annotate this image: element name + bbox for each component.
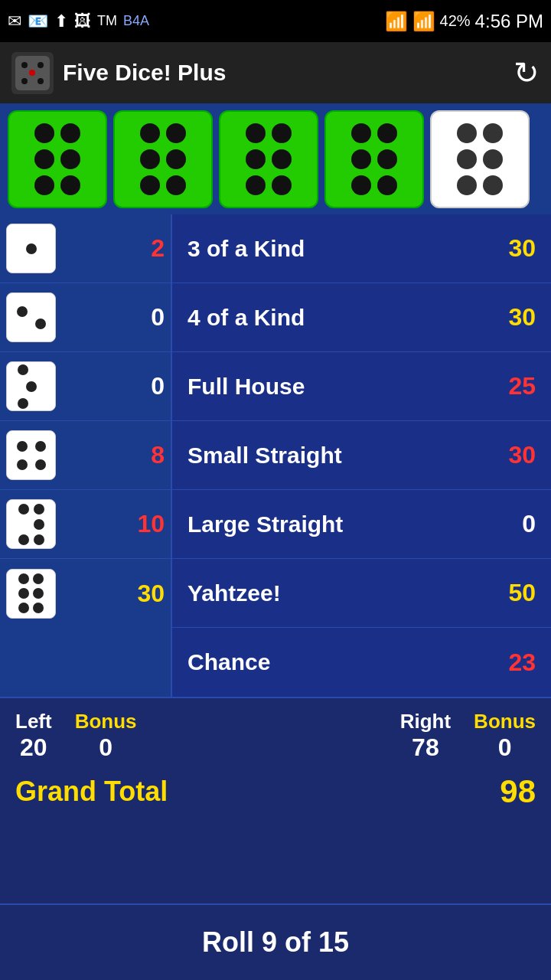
left-label: Left	[15, 710, 52, 733]
svg-point-1	[21, 62, 28, 68]
email2-icon: 📧	[28, 11, 48, 31]
score-ones: 2	[62, 234, 165, 263]
die-face-4	[6, 430, 56, 480]
b4a-icon: B4A	[123, 13, 149, 29]
left-row-4[interactable]: 8	[0, 421, 171, 490]
signal-icon: 📶	[412, 11, 435, 32]
die-face-1	[6, 224, 56, 273]
totals-row: Left 20 Bonus 0 Right 78 Bonus 0	[15, 710, 536, 762]
score-fullhouse: 25	[508, 372, 536, 400]
totals-inner: Left 20 Bonus 0 Right 78 Bonus 0	[15, 710, 536, 762]
right-value: 78	[412, 733, 439, 762]
status-bar: ✉ 📧 ⬆ 🖼 TM B4A 📶 📶 42% 4:56 PM	[0, 0, 551, 42]
die-1[interactable]	[8, 110, 107, 208]
roll-text: Roll 9 of 15	[202, 926, 349, 959]
die-face-5	[6, 499, 56, 549]
svg-point-5	[37, 78, 44, 84]
left-panel: 2 0 0	[0, 214, 172, 697]
bonus-left-col: Bonus 0	[75, 710, 137, 762]
status-icons-left: ✉ 📧 ⬆ 🖼 TM B4A	[8, 11, 149, 31]
right-row-fullhouse[interactable]: Full House 25	[172, 352, 551, 421]
die-face-6	[6, 569, 56, 619]
right-row-yahtzee[interactable]: Yahtzee! 50	[172, 559, 551, 628]
left-row-6[interactable]: 30	[0, 559, 171, 628]
left-row-3[interactable]: 0	[0, 352, 171, 421]
bonus-right-col: Bonus 0	[474, 710, 536, 762]
die-2[interactable]	[113, 110, 213, 208]
left-row-1[interactable]: 2	[0, 214, 171, 283]
svg-point-3	[29, 70, 35, 76]
bonus-right-label: Bonus	[474, 710, 536, 733]
right-panel: 3 of a Kind 30 4 of a Kind 30 Full House…	[172, 214, 551, 697]
grand-total-value: 98	[500, 773, 536, 810]
upload-icon: ⬆	[54, 11, 68, 31]
score-sixes: 30	[62, 580, 165, 608]
right-row-largestraight[interactable]: Large Straight 0	[172, 490, 551, 559]
battery-text: 42%	[440, 12, 471, 30]
category-yahtzee: Yahtzee!	[187, 580, 281, 606]
main-score-area: 2 0 0	[0, 214, 551, 697]
bonus-left-value: 0	[99, 733, 112, 762]
left-value: 20	[20, 733, 47, 762]
right-row-4ofkind[interactable]: 4 of a Kind 30	[172, 283, 551, 352]
score-4ofkind: 30	[508, 303, 536, 332]
category-smallstraight: Small Straight	[187, 443, 342, 469]
category-largestraight: Large Straight	[187, 511, 343, 537]
score-smallstraight: 30	[508, 441, 536, 469]
title-bar: Five Dice! Plus ↻	[0, 42, 551, 103]
score-threes: 0	[62, 372, 165, 400]
score-chance: 23	[508, 648, 536, 677]
right-label: Right	[400, 710, 451, 733]
score-twos: 0	[62, 303, 165, 332]
grand-total-row: Grand Total 98	[15, 773, 536, 810]
category-4ofkind: 4 of a Kind	[187, 305, 305, 331]
die-5[interactable]	[430, 110, 530, 208]
app-icon	[11, 52, 54, 94]
svg-point-2	[37, 62, 44, 68]
image-icon: 🖼	[74, 11, 91, 31]
time-display: 4:56 PM	[475, 11, 543, 32]
left-total-col: Left 20	[15, 710, 52, 762]
reload-icon[interactable]: ↻	[514, 55, 540, 90]
title-left: Five Dice! Plus	[11, 52, 226, 94]
score-yahtzee: 50	[508, 579, 536, 607]
category-3ofkind: 3 of a Kind	[187, 236, 305, 262]
dice-app-icon	[15, 56, 50, 90]
right-row-3ofkind[interactable]: 3 of a Kind 30	[172, 214, 551, 283]
die-face-2	[6, 292, 56, 342]
score-3ofkind: 30	[508, 234, 536, 263]
left-row-5[interactable]: 10	[0, 490, 171, 559]
category-fullhouse: Full House	[187, 374, 305, 400]
score-largestraight: 0	[522, 510, 536, 538]
roll-bar[interactable]: Roll 9 of 15	[0, 903, 551, 980]
left-row-2[interactable]: 0	[0, 283, 171, 352]
category-chance: Chance	[187, 649, 270, 675]
app-title: Five Dice! Plus	[63, 60, 226, 86]
bonus-label: Bonus	[75, 710, 137, 733]
dice-area	[0, 103, 551, 214]
totals-area: Left 20 Bonus 0 Right 78 Bonus 0 Grand T…	[0, 697, 551, 818]
die-3[interactable]	[219, 110, 318, 208]
email-icon: ✉	[8, 11, 21, 31]
score-fives: 10	[62, 510, 165, 538]
tm-icon: TM	[97, 13, 117, 29]
die-face-3	[6, 361, 56, 411]
status-icons-right: 📶 📶 42% 4:56 PM	[385, 11, 543, 32]
right-row-chance[interactable]: Chance 23	[172, 628, 551, 697]
score-fours: 8	[62, 441, 165, 469]
right-total-col: Right 78	[400, 710, 451, 762]
grand-total-label: Grand Total	[15, 776, 168, 808]
svg-point-4	[21, 78, 28, 84]
right-row-smallstraight[interactable]: Small Straight 30	[172, 421, 551, 490]
die-4[interactable]	[324, 110, 424, 208]
bonus-right-value: 0	[498, 733, 512, 762]
wifi-icon: 📶	[385, 11, 408, 32]
